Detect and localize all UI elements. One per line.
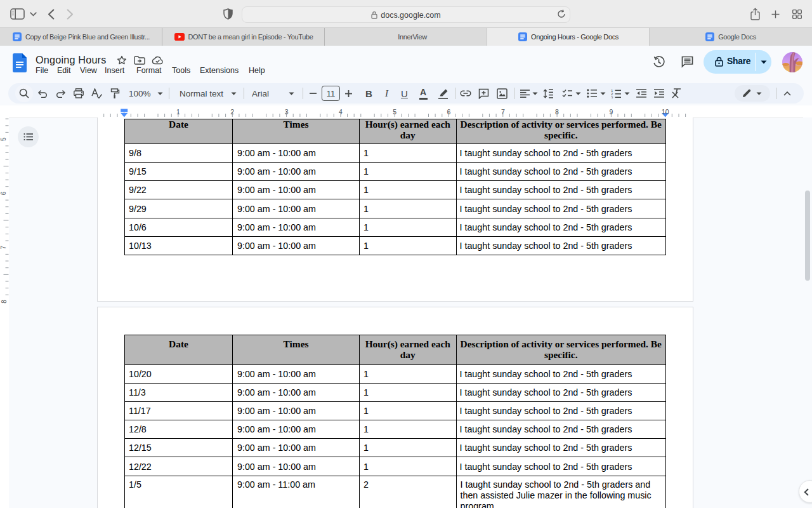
svg-text:4: 4	[339, 108, 343, 116]
svg-text:8: 8	[1, 300, 8, 304]
svg-text:1: 1	[176, 108, 180, 116]
svg-text:3: 3	[611, 95, 613, 98]
svg-text:2: 2	[230, 108, 234, 116]
svg-text:3: 3	[285, 108, 289, 116]
svg-text:8: 8	[555, 108, 559, 116]
svg-text:6: 6	[447, 108, 450, 116]
svg-text:5: 5	[393, 108, 396, 116]
svg-text:9: 9	[609, 108, 613, 116]
svg-text:10: 10	[662, 108, 669, 116]
svg-text:7: 7	[1, 245, 8, 249]
svg-text:7: 7	[501, 108, 505, 116]
svg-text:5: 5	[1, 137, 8, 141]
svg-text:6: 6	[1, 191, 8, 195]
